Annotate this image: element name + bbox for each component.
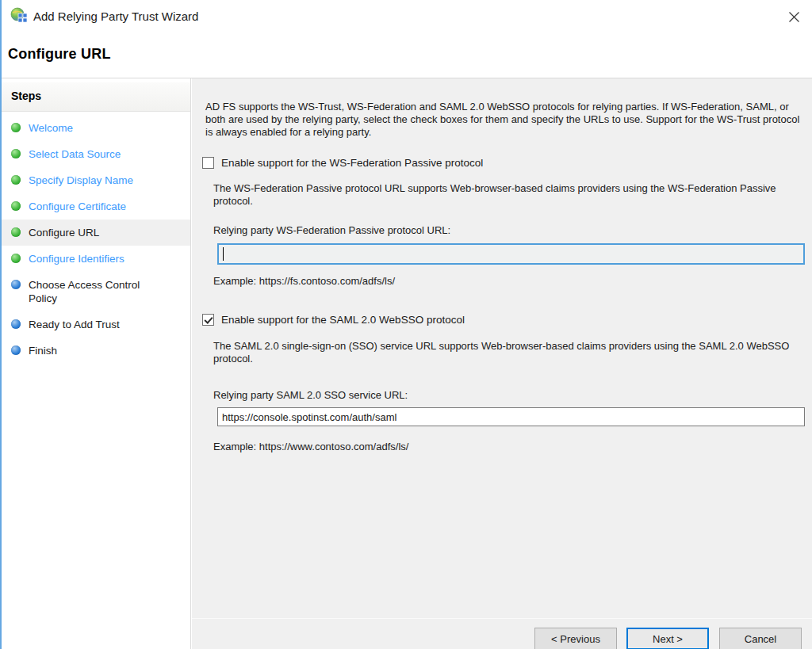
cancel-button[interactable]: Cancel: [719, 628, 802, 649]
step-label: Choose Access Control Policy: [29, 278, 171, 305]
wsfed-checkbox[interactable]: [202, 157, 214, 169]
saml-checkbox[interactable]: [202, 314, 214, 326]
close-icon[interactable]: [783, 6, 804, 27]
step-label: Select Data Source: [29, 147, 121, 161]
sidebar-step-specify-display-name[interactable]: Specify Display Name: [2, 167, 190, 193]
sidebar-step-finish[interactable]: Finish: [2, 338, 190, 364]
saml-url-label: Relying party SAML 2.0 SSO service URL:: [213, 389, 408, 401]
sidebar-step-configure-url[interactable]: Configure URL: [2, 220, 190, 246]
step-label: Configure URL: [29, 226, 99, 239]
step-label: Configure Certificate: [29, 200, 126, 213]
step-status-dot: [11, 319, 21, 329]
step-status-dot: [11, 123, 21, 132]
step-label: Configure Identifiers: [29, 252, 124, 265]
saml-checkbox-label: Enable support for the SAML 2.0 WebSSO p…: [221, 314, 465, 326]
sidebar-step-configure-identifiers[interactable]: Configure Identifiers: [2, 246, 190, 272]
step-status-dot: [11, 175, 21, 185]
wsfed-description: The WS-Federation Passive protocol URL s…: [213, 182, 792, 208]
step-status-dot: [11, 227, 21, 237]
sidebar-step-choose-access-control-policy[interactable]: Choose Access Control Policy: [2, 272, 190, 311]
wizard-window: Add Relying Party Trust Wizard Configure…: [0, 0, 812, 649]
window-title: Add Relying Party Trust Wizard: [33, 10, 198, 23]
next-button[interactable]: Next >: [626, 628, 709, 649]
sidebar-step-ready-to-add-trust[interactable]: Ready to Add Trust: [2, 311, 190, 338]
step-label: Welcome: [29, 121, 73, 135]
wsfed-checkbox-label: Enable support for the WS-Federation Pas…: [221, 157, 483, 169]
saml-url-input[interactable]: [217, 407, 805, 426]
previous-button[interactable]: < Previous: [534, 628, 617, 649]
wsfed-url-input[interactable]: [217, 243, 805, 265]
step-status-dot: [11, 254, 21, 263]
saml-example-text: Example: https://www.contoso.com/adfs/ls…: [213, 441, 408, 452]
adfs-app-icon: [10, 7, 29, 26]
page-title: Configure URL: [8, 46, 111, 63]
step-label: Ready to Add Trust: [29, 318, 120, 331]
saml-url-input-wrap: [217, 407, 805, 426]
wsfed-url-input-wrap: [217, 243, 805, 265]
steps-sidebar: Steps Welcome Select Data Source Specify…: [2, 78, 191, 649]
sidebar-step-configure-certificate[interactable]: Configure Certificate: [2, 193, 190, 220]
steps-list: Welcome Select Data Source Specify Displ…: [2, 112, 190, 364]
intro-text: AD FS supports the WS-Trust, WS-Federati…: [205, 101, 802, 139]
steps-header: Steps: [2, 82, 190, 112]
wsfed-example-text: Example: https://fs.contoso.com/adfs/ls/: [213, 275, 395, 287]
saml-checkbox-row[interactable]: Enable support for the SAML 2.0 WebSSO p…: [202, 314, 465, 326]
wizard-content-panel: AD FS supports the WS-Trust, WS-Federati…: [192, 78, 812, 649]
step-status-dot: [11, 345, 21, 355]
footer-divider: [192, 618, 812, 619]
step-label: Finish: [29, 344, 57, 357]
titlebar: Add Relying Party Trust Wizard: [2, 0, 812, 32]
sidebar-step-welcome[interactable]: Welcome: [2, 115, 190, 141]
wsfed-checkbox-row[interactable]: Enable support for the WS-Federation Pas…: [202, 157, 483, 169]
wsfed-url-label: Relying party WS-Federation Passive prot…: [213, 224, 450, 236]
step-status-dot: [11, 201, 21, 211]
step-label: Specify Display Name: [29, 174, 133, 187]
sidebar-step-select-data-source[interactable]: Select Data Source: [2, 141, 190, 167]
step-status-dot: [11, 280, 21, 289]
saml-description: The SAML 2.0 single-sign-on (SSO) servic…: [213, 340, 792, 365]
step-status-dot: [11, 149, 21, 158]
